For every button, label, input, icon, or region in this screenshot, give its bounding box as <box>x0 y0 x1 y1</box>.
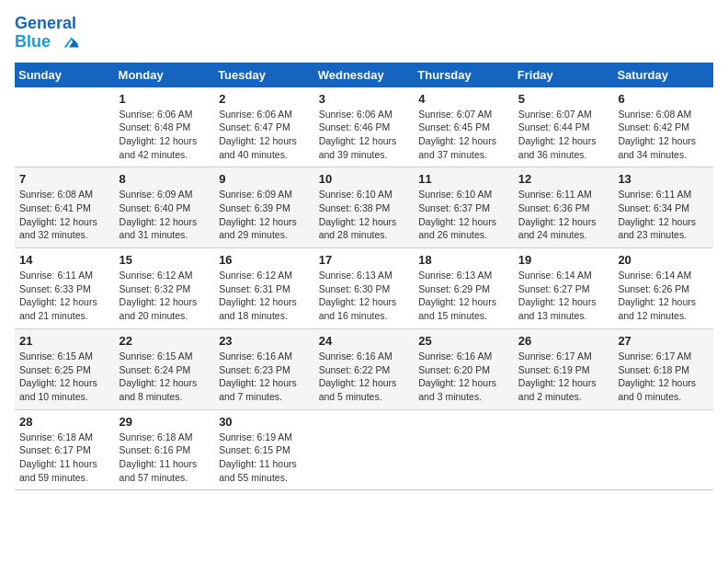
logo-text: General <box>15 15 79 33</box>
weekday-header-sunday: Sunday <box>15 63 115 87</box>
day-cell <box>514 409 614 490</box>
day-detail: Sunrise: 6:10 AM Sunset: 6:38 PM Dayligh… <box>319 188 410 242</box>
day-cell: 29Sunrise: 6:18 AM Sunset: 6:16 PM Dayli… <box>115 409 215 490</box>
day-number: 1 <box>119 92 210 106</box>
week-row-4: 21Sunrise: 6:15 AM Sunset: 6:25 PM Dayli… <box>15 328 713 409</box>
day-detail: Sunrise: 6:18 AM Sunset: 6:17 PM Dayligh… <box>19 431 110 485</box>
day-number: 5 <box>518 92 609 106</box>
week-row-1: 1Sunrise: 6:06 AM Sunset: 6:48 PM Daylig… <box>15 87 713 167</box>
weekday-header-row: SundayMondayTuesdayWednesdayThursdayFrid… <box>15 63 713 87</box>
day-detail: Sunrise: 6:16 AM Sunset: 6:20 PM Dayligh… <box>418 350 509 404</box>
day-cell: 3Sunrise: 6:06 AM Sunset: 6:46 PM Daylig… <box>314 87 415 167</box>
day-detail: Sunrise: 6:09 AM Sunset: 6:40 PM Dayligh… <box>119 188 210 242</box>
day-cell: 14Sunrise: 6:11 AM Sunset: 6:33 PM Dayli… <box>15 248 115 329</box>
day-cell: 20Sunrise: 6:14 AM Sunset: 6:26 PM Dayli… <box>613 248 713 329</box>
day-detail: Sunrise: 6:13 AM Sunset: 6:29 PM Dayligh… <box>418 269 509 323</box>
day-cell: 24Sunrise: 6:16 AM Sunset: 6:22 PM Dayli… <box>314 328 415 409</box>
day-detail: Sunrise: 6:17 AM Sunset: 6:19 PM Dayligh… <box>518 350 609 404</box>
day-detail: Sunrise: 6:10 AM Sunset: 6:37 PM Dayligh… <box>418 188 509 242</box>
day-detail: Sunrise: 6:16 AM Sunset: 6:22 PM Dayligh… <box>319 350 410 404</box>
day-cell <box>15 87 115 167</box>
day-number: 29 <box>119 415 210 429</box>
day-cell: 22Sunrise: 6:15 AM Sunset: 6:24 PM Dayli… <box>115 328 215 409</box>
day-detail: Sunrise: 6:11 AM Sunset: 6:33 PM Dayligh… <box>19 269 110 323</box>
day-detail: Sunrise: 6:14 AM Sunset: 6:27 PM Dayligh… <box>518 269 609 323</box>
day-cell: 27Sunrise: 6:17 AM Sunset: 6:18 PM Dayli… <box>613 328 713 409</box>
day-detail: Sunrise: 6:11 AM Sunset: 6:36 PM Dayligh… <box>518 188 609 242</box>
day-detail: Sunrise: 6:19 AM Sunset: 6:15 PM Dayligh… <box>219 431 310 485</box>
day-number: 3 <box>319 92 410 106</box>
day-number: 26 <box>518 334 609 348</box>
day-cell: 8Sunrise: 6:09 AM Sunset: 6:40 PM Daylig… <box>115 167 215 248</box>
day-number: 18 <box>418 253 509 267</box>
day-detail: Sunrise: 6:06 AM Sunset: 6:48 PM Dayligh… <box>119 108 210 162</box>
day-number: 12 <box>518 172 609 186</box>
day-cell: 10Sunrise: 6:10 AM Sunset: 6:38 PM Dayli… <box>314 167 415 248</box>
day-detail: Sunrise: 6:08 AM Sunset: 6:41 PM Dayligh… <box>19 188 110 242</box>
day-number: 21 <box>19 334 110 348</box>
day-number: 20 <box>618 253 709 267</box>
day-detail: Sunrise: 6:06 AM Sunset: 6:46 PM Dayligh… <box>319 108 410 162</box>
day-cell: 13Sunrise: 6:11 AM Sunset: 6:34 PM Dayli… <box>613 167 713 248</box>
day-cell: 23Sunrise: 6:16 AM Sunset: 6:23 PM Dayli… <box>214 328 314 409</box>
day-number: 30 <box>219 415 310 429</box>
day-detail: Sunrise: 6:13 AM Sunset: 6:30 PM Dayligh… <box>319 269 410 323</box>
day-number: 13 <box>618 172 709 186</box>
day-number: 16 <box>219 253 310 267</box>
calendar-table: SundayMondayTuesdayWednesdayThursdayFrid… <box>15 63 713 491</box>
day-number: 14 <box>19 253 110 267</box>
day-cell: 2Sunrise: 6:06 AM Sunset: 6:47 PM Daylig… <box>214 87 314 167</box>
day-cell: 4Sunrise: 6:07 AM Sunset: 6:45 PM Daylig… <box>414 87 514 167</box>
day-cell: 1Sunrise: 6:06 AM Sunset: 6:48 PM Daylig… <box>115 87 215 167</box>
day-number: 24 <box>319 334 410 348</box>
day-detail: Sunrise: 6:07 AM Sunset: 6:44 PM Dayligh… <box>518 108 609 162</box>
week-row-5: 28Sunrise: 6:18 AM Sunset: 6:17 PM Dayli… <box>15 409 713 490</box>
weekday-header-saturday: Saturday <box>613 63 713 87</box>
day-number: 15 <box>119 253 210 267</box>
page-header: General Blue <box>15 15 713 52</box>
day-number: 10 <box>319 172 410 186</box>
day-number: 7 <box>19 172 110 186</box>
day-cell <box>414 409 514 490</box>
day-detail: Sunrise: 6:11 AM Sunset: 6:34 PM Dayligh… <box>618 188 709 242</box>
day-detail: Sunrise: 6:09 AM Sunset: 6:39 PM Dayligh… <box>219 188 310 242</box>
day-cell: 9Sunrise: 6:09 AM Sunset: 6:39 PM Daylig… <box>214 167 314 248</box>
day-number: 6 <box>618 92 709 106</box>
day-detail: Sunrise: 6:06 AM Sunset: 6:47 PM Dayligh… <box>219 108 310 162</box>
day-cell: 12Sunrise: 6:11 AM Sunset: 6:36 PM Dayli… <box>514 167 614 248</box>
day-number: 27 <box>618 334 709 348</box>
day-number: 25 <box>418 334 509 348</box>
day-number: 11 <box>418 172 509 186</box>
day-cell: 30Sunrise: 6:19 AM Sunset: 6:15 PM Dayli… <box>214 409 314 490</box>
day-cell: 11Sunrise: 6:10 AM Sunset: 6:37 PM Dayli… <box>414 167 514 248</box>
day-cell: 7Sunrise: 6:08 AM Sunset: 6:41 PM Daylig… <box>15 167 115 248</box>
calendar-header: SundayMondayTuesdayWednesdayThursdayFrid… <box>15 63 713 87</box>
day-detail: Sunrise: 6:15 AM Sunset: 6:25 PM Dayligh… <box>19 350 110 404</box>
weekday-header-tuesday: Tuesday <box>214 63 314 87</box>
day-number: 28 <box>19 415 110 429</box>
day-cell: 17Sunrise: 6:13 AM Sunset: 6:30 PM Dayli… <box>314 248 415 329</box>
week-row-2: 7Sunrise: 6:08 AM Sunset: 6:41 PM Daylig… <box>15 167 713 248</box>
day-cell <box>314 409 415 490</box>
day-detail: Sunrise: 6:12 AM Sunset: 6:32 PM Dayligh… <box>119 269 210 323</box>
day-detail: Sunrise: 6:08 AM Sunset: 6:42 PM Dayligh… <box>618 108 709 162</box>
day-detail: Sunrise: 6:16 AM Sunset: 6:23 PM Dayligh… <box>219 350 310 404</box>
day-cell: 18Sunrise: 6:13 AM Sunset: 6:29 PM Dayli… <box>414 248 514 329</box>
day-detail: Sunrise: 6:07 AM Sunset: 6:45 PM Dayligh… <box>418 108 509 162</box>
day-cell: 19Sunrise: 6:14 AM Sunset: 6:27 PM Dayli… <box>514 248 614 329</box>
day-cell: 25Sunrise: 6:16 AM Sunset: 6:20 PM Dayli… <box>414 328 514 409</box>
day-number: 23 <box>219 334 310 348</box>
day-cell <box>613 409 713 490</box>
calendar-body: 1Sunrise: 6:06 AM Sunset: 6:48 PM Daylig… <box>15 87 713 490</box>
day-cell: 21Sunrise: 6:15 AM Sunset: 6:25 PM Dayli… <box>15 328 115 409</box>
day-cell: 5Sunrise: 6:07 AM Sunset: 6:44 PM Daylig… <box>514 87 614 167</box>
weekday-header-wednesday: Wednesday <box>314 63 415 87</box>
day-number: 2 <box>219 92 310 106</box>
day-cell: 6Sunrise: 6:08 AM Sunset: 6:42 PM Daylig… <box>613 87 713 167</box>
day-cell: 15Sunrise: 6:12 AM Sunset: 6:32 PM Dayli… <box>115 248 215 329</box>
day-number: 17 <box>319 253 410 267</box>
day-number: 4 <box>418 92 509 106</box>
weekday-header-monday: Monday <box>115 63 215 87</box>
day-number: 8 <box>119 172 210 186</box>
logo: General Blue <box>15 15 79 52</box>
